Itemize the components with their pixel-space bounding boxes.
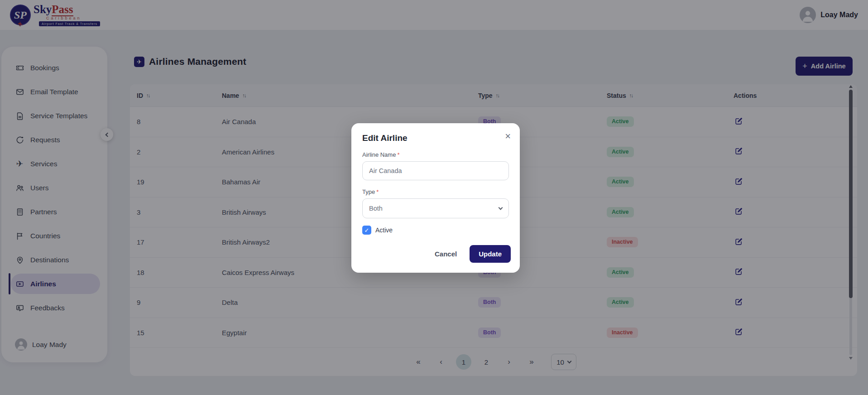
active-checkbox-row: ✓ Active (362, 226, 509, 235)
airline-name-label-text: Airline Name (362, 151, 396, 158)
type-label: Type* (362, 188, 509, 195)
type-select[interactable]: Both (362, 198, 509, 218)
type-label-text: Type (362, 188, 375, 195)
edit-airline-modal: Edit Airline × Airline Name* Type* Both … (351, 123, 520, 273)
required-marker: * (397, 151, 399, 158)
type-select-value: Both (369, 205, 383, 212)
modal-footer: Cancel Update (428, 245, 511, 263)
chevron-down-icon (499, 206, 503, 210)
cancel-button[interactable]: Cancel (428, 246, 463, 262)
airline-name-input[interactable] (362, 161, 509, 180)
app-root: SP ✈ SkyPass Caribbean Airport Fast Trac… (0, 0, 868, 395)
required-marker: * (376, 188, 379, 195)
close-icon[interactable]: × (505, 131, 511, 141)
active-checkbox-label: Active (375, 226, 393, 234)
check-icon: ✓ (364, 227, 369, 234)
modal-title: Edit Airline (362, 133, 509, 143)
active-checkbox[interactable]: ✓ (362, 226, 371, 235)
update-button[interactable]: Update (470, 245, 511, 263)
airline-name-label: Airline Name* (362, 151, 509, 158)
